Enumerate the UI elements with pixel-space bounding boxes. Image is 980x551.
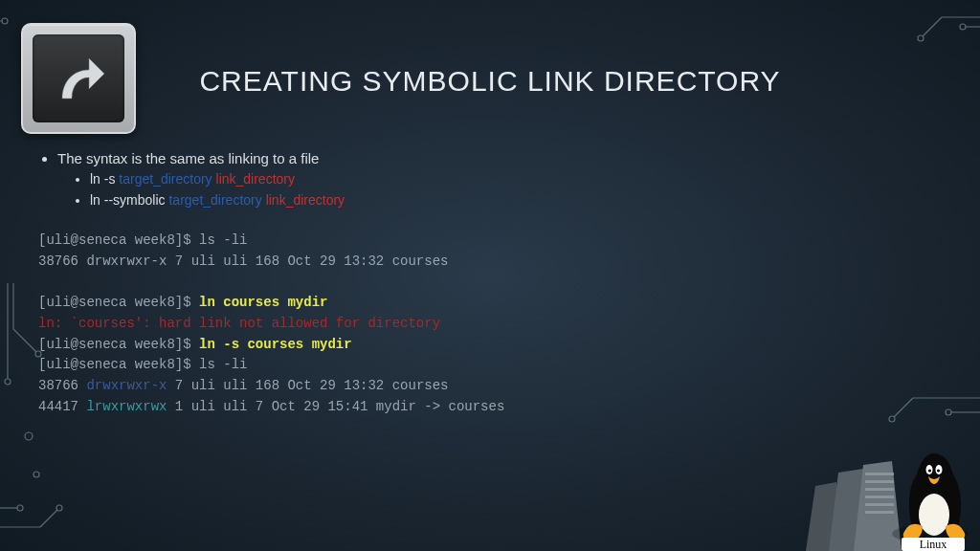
tux-icon [892,453,969,543]
svg-point-18 [946,409,951,415]
command-text: ln courses mydir [199,295,327,310]
terminal-error-line: ln: `courses': hard link not allowed for… [38,314,942,335]
terminal-line: [uli@seneca week8]$ ln courses mydir [38,293,942,314]
linux-logo-group: Linux [789,427,980,551]
terminal-line: 44417 lrwxrwxrwx 1 uli uli 7 Oct 29 15:4… [38,397,942,418]
svg-point-38 [928,469,931,472]
ls-rest: 7 uli uli 168 Oct 29 13:32 courses [167,378,448,393]
server-rack-icon [806,461,902,551]
terminal-output: [uli@seneca week8]$ ls -li 38766 drwxrwx… [38,231,942,417]
terminal-line: 38766 drwxrwxr-x 7 uli uli 168 Oct 29 13… [38,376,942,397]
terminal-line: [uli@seneca week8]$ ln -s courses mydir [38,335,942,356]
cmd-text: ln --symbolic [90,192,168,208]
shortcut-icon [21,23,136,134]
linux-label: Linux [920,538,947,551]
svg-point-13 [33,472,39,477]
svg-rect-27 [865,473,894,475]
target-arg: target_directory [168,192,261,208]
svg-point-11 [56,505,62,511]
target-arg: target_directory [119,171,212,187]
slide-title: CREATING SYMBOLIC LINK DIRECTORY [147,65,834,98]
bullet-ln-symbolic: ln --symbolic target_directory link_dire… [90,191,942,210]
svg-point-39 [937,469,940,472]
arrow-shortcut-icon [47,49,110,108]
svg-rect-32 [865,511,894,514]
inode: 38766 [38,378,86,393]
terminal-line: [uli@seneca week8]$ ls -li [38,231,942,252]
bullet-syntax-intro: The syntax is the same as linking to a f… [57,148,942,209]
perms: drwxrwxr-x [86,378,167,393]
svg-point-8 [17,505,23,511]
prompt: [uli@seneca week8]$ [38,295,199,310]
perms: lrwxrwxrwx [86,399,167,414]
svg-rect-28 [865,480,894,483]
link-arg: link_directory [212,171,295,187]
svg-line-20 [923,17,942,36]
terminal-line: [uli@seneca week8]$ ls -li [38,355,942,376]
inode: 44417 [38,399,86,414]
prompt: [uli@seneca week8]$ [38,337,199,352]
circuit-decoration [865,0,980,115]
svg-point-21 [918,35,924,41]
svg-point-1 [2,18,8,24]
svg-rect-31 [865,503,894,506]
svg-line-5 [13,329,36,352]
ls-rest: 1 uli uli 7 Oct 29 15:41 mydir -> course… [167,399,504,414]
bullet-ln-s: ln -s target_directory link_directory [90,170,942,189]
svg-line-10 [40,510,57,527]
svg-point-23 [960,24,966,30]
cmd-text: ln -s [90,171,119,187]
svg-point-34 [919,494,949,536]
svg-rect-29 [865,488,894,491]
slide-content: The syntax is the same as linking to a f… [38,148,942,417]
terminal-line: 38766 drwxrwxr-x 7 uli uli 168 Oct 29 13… [38,252,942,273]
link-arg: link_directory [262,192,345,208]
svg-point-12 [25,432,33,440]
svg-point-3 [5,379,11,385]
command-text: ln -s courses mydir [199,337,352,352]
svg-rect-30 [865,496,894,498]
bullet-text: The syntax is the same as linking to a f… [57,150,319,166]
